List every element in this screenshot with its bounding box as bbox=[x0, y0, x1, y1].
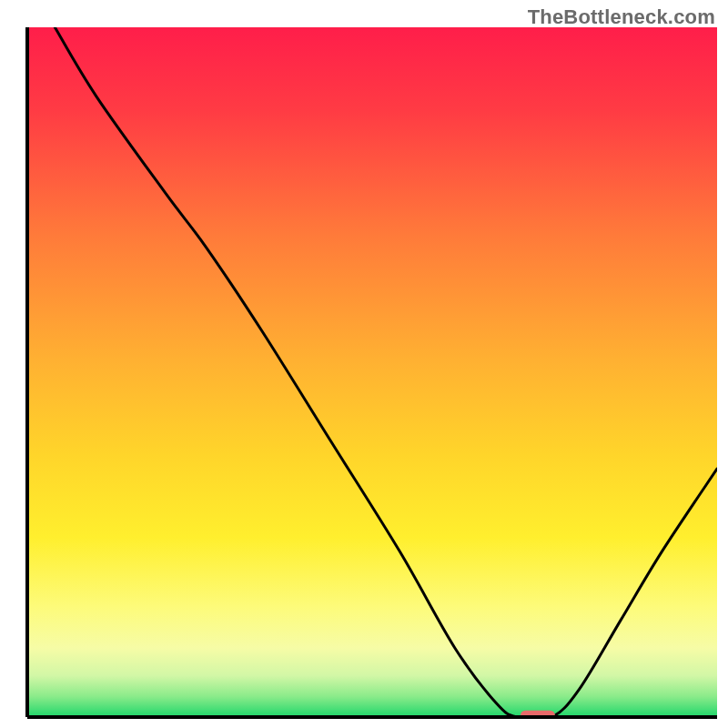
bottleneck-chart: TheBottleneck.com bbox=[0, 0, 728, 728]
chart-svg bbox=[0, 0, 728, 728]
gradient-background bbox=[27, 27, 717, 717]
